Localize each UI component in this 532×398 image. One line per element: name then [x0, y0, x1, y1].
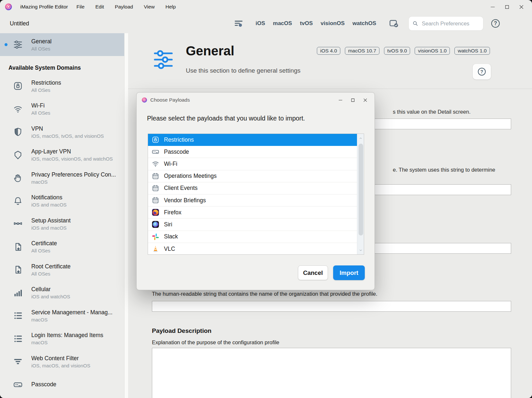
- sidebar: General All OSes Available System Domain…: [0, 33, 128, 398]
- sidebar-section-header: Available System Domains: [8, 64, 128, 71]
- filter-icon: [13, 356, 27, 367]
- import-button[interactable]: Import: [333, 265, 365, 280]
- payload-list: RestrictionsPasscodeWi-FiOperations Meet…: [148, 134, 364, 255]
- menu-file[interactable]: File: [74, 3, 86, 10]
- sidebar-item-subtitle: iOS and macOS: [31, 225, 71, 231]
- cancel-button[interactable]: Cancel: [298, 265, 328, 280]
- lock-square-icon: [13, 80, 27, 92]
- close-icon[interactable]: [517, 3, 525, 11]
- sidebar-item-title: Service Management - Manag...: [31, 309, 112, 316]
- os-filter-tvos[interactable]: tvOS: [300, 20, 313, 27]
- payload-item-vendor-briefings[interactable]: Vendor Briefings: [148, 194, 364, 206]
- payload-item-passcode[interactable]: Passcode: [148, 146, 364, 158]
- device-check-icon[interactable]: [389, 19, 399, 28]
- search-box[interactable]: [409, 17, 483, 30]
- sidebar-scrollbar[interactable]: [124, 33, 128, 398]
- selected-dot: [5, 43, 7, 46]
- payload-item-vlc[interactable]: VLC: [148, 243, 364, 255]
- payload-item-siri[interactable]: Siri: [148, 219, 364, 231]
- sidebar-item-title: Setup Assistant: [31, 217, 71, 224]
- badge-visionos-1-0: visionOS 1.0: [415, 47, 450, 55]
- toolbar-right: iOSmacOStvOSvisionOSwatchOS ?: [234, 17, 532, 30]
- search-input[interactable]: [421, 20, 480, 27]
- sidebar-item-subtitle: All OSes: [31, 271, 71, 277]
- sidebar-item-vpn[interactable]: VPNiOS, macOS, tvOS, and visionOS: [0, 121, 124, 144]
- os-filters: iOSmacOStvOSvisionOSwatchOS: [256, 20, 376, 27]
- calendar-icon: [151, 172, 160, 180]
- maximize-icon[interactable]: [503, 3, 511, 11]
- sidebar-item-title: Root Certificate: [31, 263, 71, 270]
- payload-description-textarea[interactable]: [152, 348, 511, 398]
- minimize-icon[interactable]: [488, 3, 497, 11]
- scroll-up-icon[interactable]: [357, 135, 364, 141]
- wifi-icon: [151, 160, 160, 168]
- sidebar-item-wi-fi[interactable]: Wi-FiAll OSes: [0, 98, 124, 121]
- organization-text: The human-readable string that contains …: [152, 291, 377, 297]
- list-scrollbar[interactable]: [357, 134, 364, 254]
- app-name: iMazing Profile Editor: [20, 4, 68, 10]
- payload-item-slack[interactable]: Slack: [148, 231, 364, 243]
- sidebar-item-passcode[interactable]: Passcode: [0, 373, 124, 396]
- passcode-icon: [151, 148, 160, 156]
- sidebar-item-restrictions[interactable]: RestrictionsAll OSes: [0, 75, 124, 98]
- payload-item-firefox[interactable]: Firefox: [148, 206, 364, 219]
- organization-input[interactable]: [152, 301, 511, 312]
- sidebar-item-subtitle: iOS, macOS, and visionOS: [31, 363, 90, 368]
- menu-view[interactable]: View: [142, 3, 156, 10]
- window-controls: [488, 0, 525, 14]
- siri-icon: [151, 220, 160, 229]
- sidebar-item-setup-assistant[interactable]: Setup AssistantiOS and macOS: [0, 212, 124, 235]
- hand-icon: [13, 172, 27, 183]
- sidebar-items: RestrictionsAll OSesWi-FiAll OSesVPNiOS,…: [0, 75, 128, 396]
- sidebar-item-title: Certificate: [31, 240, 57, 247]
- list-icon: [13, 310, 27, 321]
- sidebar-item-privacy-preferences-policy-con[interactable]: Privacy Preferences Policy Con...macOS: [0, 166, 124, 190]
- help-button[interactable]: ?: [473, 64, 491, 79]
- sidebar-item-notifications[interactable]: NotificationsiOS and macOS: [0, 190, 124, 213]
- sidebar-item-subtitle: iOS and macOS: [31, 202, 66, 207]
- sidebar-item-root-certificate[interactable]: Root CertificateAll OSes: [0, 258, 124, 281]
- detail-screen-text: s this value on the Detail screen.: [393, 109, 470, 115]
- shield-icon: [13, 126, 27, 137]
- minimize-icon[interactable]: [337, 96, 344, 104]
- sidebar-item-general[interactable]: General All OSes: [0, 33, 124, 56]
- payload-item-wi-fi[interactable]: Wi-Fi: [148, 158, 364, 170]
- help-icon[interactable]: ?: [491, 19, 500, 28]
- hexagon-icon: [13, 149, 27, 161]
- sidebar-item-subtitle: All OSes: [31, 87, 61, 93]
- payload-item-client-events[interactable]: Client Events: [148, 182, 364, 194]
- payload-item-operations-meetings[interactable]: Operations Meetings: [148, 170, 364, 182]
- cellular-icon: [13, 287, 27, 298]
- sidebar-item-login-items-managed-items[interactable]: Login Items: Managed ItemsmacOS: [0, 327, 124, 350]
- scrollbar-thumb[interactable]: [359, 144, 363, 235]
- maximize-icon[interactable]: [349, 96, 356, 104]
- menu-payload[interactable]: Payload: [113, 3, 135, 10]
- sidebar-item-cellular[interactable]: CellulariOS and watchOS: [0, 281, 124, 305]
- os-filter-visionos[interactable]: visionOS: [321, 20, 345, 27]
- sidebar-item-title: App-Layer VPN: [31, 148, 113, 155]
- payload-item-restrictions[interactable]: Restrictions: [148, 134, 364, 146]
- bell-icon: [13, 195, 27, 206]
- menu-help[interactable]: Help: [164, 3, 178, 10]
- os-filter-watchos[interactable]: watchOS: [352, 20, 376, 27]
- sidebar-item-service-management-manag[interactable]: Service Management - Manag...macOS: [0, 304, 124, 327]
- page-title: General: [186, 44, 234, 58]
- dialog-prompt: Please select the payloads that you woul…: [147, 115, 305, 122]
- document-title: Untitled: [10, 20, 29, 27]
- filter-icon[interactable]: [234, 19, 243, 28]
- scroll-down-icon[interactable]: [357, 247, 364, 253]
- sidebar-item-subtitle: All OSes: [31, 248, 57, 253]
- close-icon[interactable]: [362, 96, 369, 104]
- sidebar-item-certificate[interactable]: CertificateAll OSes: [0, 235, 124, 259]
- list-icon: [13, 333, 27, 344]
- sidebar-item-app-layer-vpn[interactable]: App-Layer VPNiOS, macOS, visionOS, and w…: [0, 144, 124, 167]
- sidebar-item-title: Passcode: [31, 381, 56, 388]
- os-filter-macos[interactable]: macOS: [273, 20, 292, 27]
- question-glyph: ?: [478, 68, 486, 76]
- payload-item-label: Siri: [164, 221, 172, 228]
- sidebar-item-web-content-filter[interactable]: Web Content FilteriOS, macOS, and vision…: [0, 350, 124, 373]
- badge-watchos-1-0: watchOS 1.0: [454, 47, 490, 55]
- app-logo-icon: [141, 97, 147, 103]
- os-filter-ios[interactable]: iOS: [256, 20, 265, 27]
- menu-edit[interactable]: Edit: [93, 3, 106, 10]
